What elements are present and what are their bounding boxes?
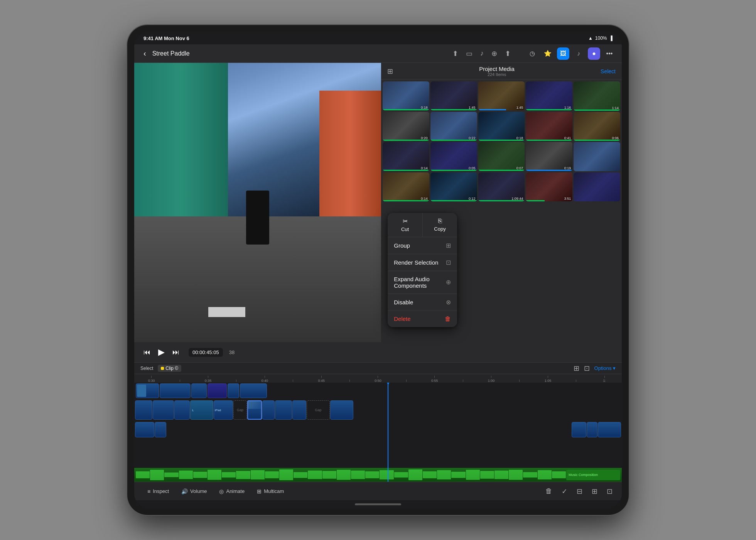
expand-label: Expand Audio Components (394, 276, 446, 289)
delete-menu-item[interactable]: Delete 🗑 (388, 311, 457, 327)
ipad-screen: 9:41 AM Mon Nov 6 ▲ 100% ▐ ‹ Street Padd… (134, 32, 622, 508)
copy-button[interactable]: ⎘ Copy (423, 213, 457, 237)
cut-label: Cut (401, 226, 409, 232)
delete-label: Delete (394, 316, 410, 322)
group-menu-item[interactable]: Group ⊞ (388, 237, 457, 254)
context-menu: ✂ Cut ⎘ Copy Group ⊞ Render Selection (388, 213, 457, 327)
cut-button[interactable]: ✂ Cut (388, 213, 423, 237)
disable-icon: ⊗ (446, 299, 451, 306)
context-menu-overlay: ✂ Cut ⎘ Copy Group ⊞ Render Selection (134, 32, 622, 508)
group-label: Group (394, 242, 410, 249)
render-label: Render Selection (394, 259, 438, 266)
group-icon: ⊞ (446, 242, 451, 249)
menu-top-row: ✂ Cut ⎘ Copy (388, 213, 457, 237)
disable-menu-item[interactable]: Disable ⊗ (388, 294, 457, 311)
cut-icon: ✂ (403, 218, 408, 225)
ipad-frame: 9:41 AM Mon Nov 6 ▲ 100% ▐ ‹ Street Padd… (127, 25, 629, 515)
disable-label: Disable (394, 299, 413, 305)
copy-icon: ⎘ (438, 218, 442, 224)
render-icon: ⊡ (446, 259, 451, 266)
copy-label: Copy (434, 226, 446, 232)
delete-icon: 🗑 (445, 316, 451, 322)
expand-icon: ⊕ (446, 278, 451, 286)
render-selection-menu-item[interactable]: Render Selection ⊡ (388, 254, 457, 271)
expand-audio-menu-item[interactable]: Expand Audio Components ⊕ (388, 271, 457, 294)
